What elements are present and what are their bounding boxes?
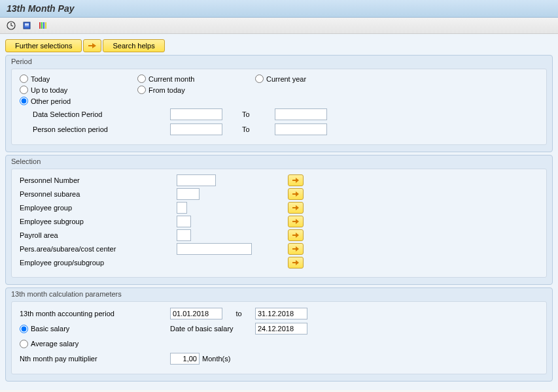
label-employee-group-subgroup: Employee group/subgroup <box>20 259 177 267</box>
further-selections-button[interactable]: Further selections <box>5 39 82 52</box>
input-data-to[interactable] <box>275 108 327 120</box>
selection-title: Selection <box>11 157 547 166</box>
label-payroll-area: Payroll area <box>20 231 177 239</box>
selection-inner: Personnel Number Personnel subarea Emplo… <box>11 169 547 278</box>
label-basic-salary[interactable]: Basic salary <box>31 325 69 333</box>
input-employee-group[interactable] <box>177 202 187 214</box>
selection-group: Selection Personnel Number Personnel sub… <box>5 155 553 285</box>
radio-basic-salary[interactable] <box>20 325 28 333</box>
input-payroll-area[interactable] <box>177 229 191 241</box>
input-data-from[interactable] <box>170 108 222 120</box>
calc-title: 13th month calculation parameters <box>11 289 547 299</box>
input-period-to[interactable] <box>255 308 307 319</box>
label-accounting-period: 13th month accounting period <box>20 310 170 318</box>
label-employee-group: Employee group <box>20 204 177 212</box>
multiselect-personnel-number[interactable] <box>288 174 304 186</box>
input-employee-subgroup[interactable] <box>177 216 191 227</box>
period-title: Period <box>11 57 547 66</box>
execute-icon[interactable] <box>5 20 17 31</box>
radio-other-period[interactable] <box>20 97 28 105</box>
input-pers-area[interactable] <box>177 243 252 255</box>
radio-average-salary[interactable] <box>20 340 28 348</box>
button-row: Further selections Search helps <box>5 39 553 52</box>
label-personnel-number: Personnel Number <box>20 176 177 184</box>
label-multiplier: Nth month pay multiplier <box>20 355 170 363</box>
radio-current-year[interactable] <box>255 74 264 83</box>
label-to-1: To <box>222 110 275 118</box>
arrow-button[interactable] <box>83 39 101 52</box>
period-inner: Today Current month Current year Up to t… <box>11 69 547 145</box>
calc-group: 13th month calculation parameters 13th m… <box>5 287 553 382</box>
calc-inner: 13th month accounting period to Basic sa… <box>11 301 547 374</box>
input-personnel-subarea[interactable] <box>177 188 200 200</box>
options-icon[interactable] <box>37 20 48 31</box>
search-helps-button[interactable]: Search helps <box>103 39 164 52</box>
multiselect-employee-subgroup[interactable] <box>288 216 304 227</box>
label-person-selection: Person selection period <box>20 125 170 133</box>
label-data-selection: Data Selection Period <box>20 110 170 118</box>
label-personnel-subarea: Personnel subarea <box>20 190 177 198</box>
label-current-year[interactable]: Current year <box>266 75 306 83</box>
multiselect-pers-area[interactable] <box>288 243 304 255</box>
input-period-from[interactable] <box>170 308 222 319</box>
radio-from-today[interactable] <box>137 86 146 94</box>
label-date-basic-salary: Date of basic salary <box>170 325 255 333</box>
variant-icon[interactable] <box>21 20 33 31</box>
svg-rect-5 <box>41 22 43 29</box>
label-calc-to: to <box>222 310 255 318</box>
label-current-month[interactable]: Current month <box>148 75 194 83</box>
input-personnel-number[interactable] <box>177 174 216 186</box>
svg-rect-3 <box>25 25 29 26</box>
label-up-to-today[interactable]: Up to today <box>31 86 67 94</box>
svg-rect-4 <box>39 22 41 29</box>
label-today[interactable]: Today <box>31 75 50 83</box>
input-person-from[interactable] <box>170 123 222 135</box>
radio-today[interactable] <box>20 74 28 83</box>
multiselect-employee-group-subgroup[interactable] <box>288 257 304 269</box>
label-other-period[interactable]: Other period <box>31 97 71 105</box>
svg-rect-2 <box>25 24 29 25</box>
multiselect-employee-group[interactable] <box>288 202 304 214</box>
radio-current-month[interactable] <box>137 74 146 83</box>
period-group: Period Today Current month Current year <box>5 55 553 152</box>
page-title: 13th Month Pay <box>7 3 551 14</box>
label-from-today[interactable]: From today <box>148 86 185 94</box>
input-multiplier[interactable] <box>170 353 200 365</box>
input-basic-salary-date[interactable] <box>255 323 307 335</box>
multiselect-payroll-area[interactable] <box>288 229 304 241</box>
svg-rect-7 <box>45 22 46 29</box>
label-average-salary[interactable]: Average salary <box>31 340 78 348</box>
multiselect-personnel-subarea[interactable] <box>288 188 304 200</box>
svg-rect-6 <box>43 22 44 29</box>
app-toolbar <box>0 18 558 34</box>
label-pers-area: Pers.area/subarea/cost center <box>20 245 177 253</box>
label-to-2: To <box>222 125 275 133</box>
label-months: Month(s) <box>200 355 230 363</box>
title-bar: 13th Month Pay <box>0 0 558 18</box>
label-employee-subgroup: Employee subgroup <box>20 218 177 225</box>
content-area: Further selections Search helps Period T… <box>0 34 558 390</box>
input-person-to[interactable] <box>275 123 327 135</box>
radio-up-to-today[interactable] <box>20 86 28 94</box>
